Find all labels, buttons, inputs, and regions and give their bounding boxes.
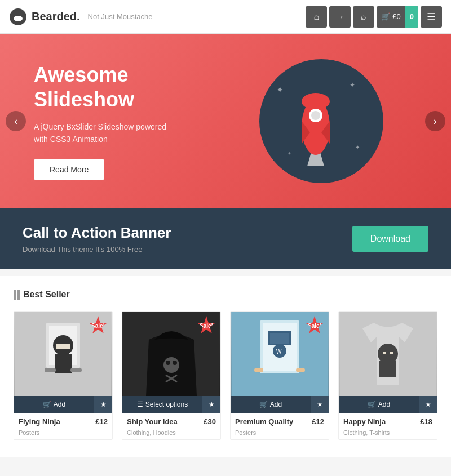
svg-text:W: W [276, 349, 282, 355]
wishlist-button-2[interactable]: ★ [202, 396, 220, 413]
read-more-button[interactable]: Read More [34, 159, 104, 180]
search-button[interactable]: ⌕ [353, 6, 374, 28]
svg-point-25 [163, 357, 179, 373]
wishlist-button-4[interactable]: ★ [419, 396, 437, 413]
section-title-bar: Best Seller [14, 290, 70, 300]
svg-rect-42 [379, 361, 396, 377]
product-actions-3: 🛒 Add ★ [231, 396, 329, 413]
rocket-graphic: ✦ ✦ ✦ ✦ [259, 59, 383, 183]
product-name-2: Ship Your Idea [127, 417, 178, 426]
product-price-3: £12 [312, 417, 324, 426]
cart-icon-3: 🛒 [259, 401, 268, 408]
wishlist-button-1[interactable]: ★ [94, 396, 112, 413]
star-icon-2: ★ [209, 401, 215, 408]
best-seller-section: Best Seller Sale! [0, 276, 451, 457]
header-nav: ⌂ → ⌕ 🛒 £0 0 ☰ [306, 6, 442, 28]
svg-rect-21 [56, 344, 70, 349]
svg-rect-28 [168, 368, 175, 370]
add-button-3[interactable]: 🛒 Add [231, 396, 311, 413]
slideshow-prev-button[interactable]: ‹ [6, 111, 26, 131]
svg-text:✦: ✦ [288, 151, 291, 156]
section-title-divider [80, 295, 437, 295]
slide-title: Awesome Slideshow [34, 63, 180, 111]
slide-content: Awesome Slideshow A jQuery BxSlider Slid… [0, 40, 214, 202]
title-bar-2 [17, 290, 20, 300]
svg-point-26 [166, 361, 170, 365]
slide-graphic: ✦ ✦ ✦ ✦ [214, 59, 451, 183]
product-info-3: Premium Quality £12 Posters [231, 413, 329, 439]
download-button[interactable]: Download [352, 226, 428, 252]
svg-point-41 [378, 344, 398, 364]
cart-icon: 🛒 [381, 12, 390, 21]
star-icon-3: ★ [317, 401, 323, 408]
slideshow-next-button[interactable]: › [425, 111, 445, 131]
product-actions-4: 🛒 Add ★ [339, 396, 437, 413]
cart-icon-4: 🛒 [368, 401, 376, 408]
product-info-1: Flying Ninja £12 Posters [14, 413, 112, 439]
add-button-1[interactable]: 🛒 Add [14, 396, 94, 413]
header: Bearded. Not Just Moustache ⌂ → ⌕ 🛒 £0 0… [0, 0, 451, 34]
product-category-3: Posters [235, 429, 256, 436]
star-icon-4: ★ [425, 401, 431, 408]
login-icon: → [335, 12, 344, 22]
product-name-row-1: Flying Ninja £12 [19, 417, 108, 426]
home-icon: ⌂ [313, 12, 319, 22]
product-name-row-4: Happy Ninja £18 [343, 417, 432, 426]
product-price-1: £12 [95, 417, 108, 426]
home-button[interactable]: ⌂ [306, 6, 327, 28]
svg-rect-2 [15, 16, 21, 19]
logo-icon [9, 8, 27, 26]
svg-rect-20 [55, 354, 72, 373]
chevron-right-icon: › [434, 115, 437, 127]
product-info-4: Happy Ninja £18 Clothing, T-shirts [339, 413, 437, 439]
cta-text-block: Call to Action Banner Download This them… [23, 224, 171, 253]
cart-label: 🛒 £0 [377, 12, 405, 21]
title-decoration [14, 290, 20, 300]
svg-rect-22 [45, 368, 56, 372]
svg-point-27 [173, 361, 177, 365]
login-button[interactable]: → [329, 6, 351, 28]
product-image-3: W Sale! [231, 312, 329, 396]
svg-rect-35 [270, 333, 289, 344]
rocket-svg: ✦ ✦ ✦ ✦ [259, 59, 383, 183]
cta-banner: Call to Action Banner Download This them… [0, 208, 451, 269]
svg-text:✦: ✦ [276, 85, 284, 95]
product-image-2: Sale! [122, 312, 220, 396]
select-options-button-2[interactable]: ☰ Select options [122, 396, 202, 413]
cart-icon-1: 🛒 [43, 401, 51, 408]
product-actions-2: ☰ Select options ★ [122, 396, 220, 413]
menu-button[interactable]: ☰ [421, 6, 442, 28]
svg-point-11 [302, 93, 330, 110]
wishlist-button-3[interactable]: ★ [311, 396, 329, 413]
product-card-3: W Sale! 🛒 Add ★ Premium Quality [230, 311, 329, 440]
section-title-row: Best Seller [14, 290, 437, 300]
menu-icon: ☰ [427, 11, 436, 23]
product-card-1: Sale! 🛒 Add ★ Flying Ninja £12 Posters [14, 311, 113, 440]
svg-rect-38 [254, 368, 263, 372]
list-icon-2: ☰ [137, 401, 143, 408]
title-bar-1 [14, 290, 16, 300]
product-info-2: Ship Your Idea £30 Clothing, Hoodies [122, 413, 220, 439]
product-price-2: £30 [204, 417, 216, 426]
products-grid: Sale! 🛒 Add ★ Flying Ninja £12 Posters [14, 311, 437, 440]
product-category-2: Clothing, Hoodies [127, 429, 176, 436]
svg-rect-39 [296, 368, 305, 372]
product-card-2: Sale! ☰ Select options ★ Ship Your Idea … [122, 311, 221, 440]
product-actions-1: 🛒 Add ★ [14, 396, 112, 413]
product-name-3: Premium Quality [235, 417, 293, 426]
svg-rect-44 [390, 352, 393, 354]
cta-title: Call to Action Banner [23, 224, 171, 242]
svg-rect-23 [70, 368, 82, 372]
product-image-1: Sale! [14, 312, 112, 396]
product-category-4: Clothing, T-shirts [343, 429, 390, 436]
svg-text:✦: ✦ [355, 144, 360, 150]
product-name-4: Happy Ninja [343, 417, 386, 426]
add-button-4[interactable]: 🛒 Add [339, 396, 419, 413]
svg-text:✦: ✦ [350, 81, 355, 89]
star-icon-1: ★ [100, 401, 107, 408]
logo-area: Bearded. Not Just Moustache [9, 8, 306, 26]
section-title-text: Best Seller [23, 290, 70, 300]
product-name-row-2: Ship Your Idea £30 [127, 417, 216, 426]
cta-description: Download This theme It's 100% Free [23, 245, 171, 253]
cart-button[interactable]: 🛒 £0 0 [377, 6, 418, 28]
